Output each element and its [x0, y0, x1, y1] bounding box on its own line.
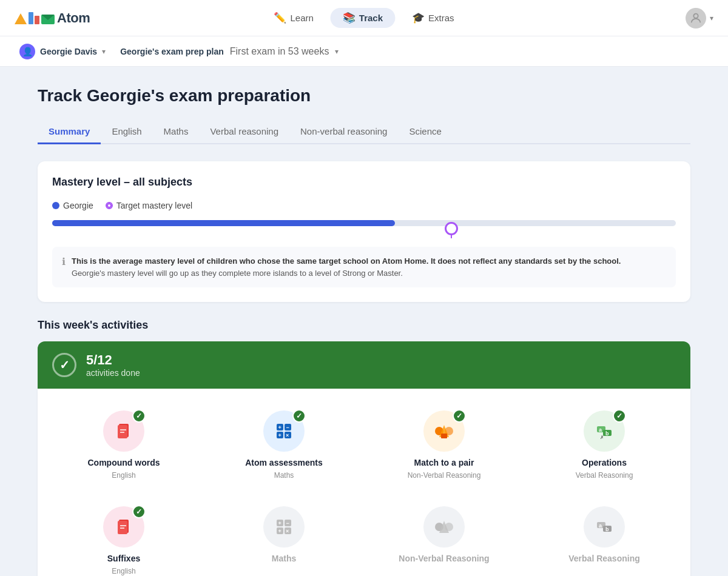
- activity-subject: English: [112, 471, 135, 480]
- activities-title: This week's activities: [38, 319, 690, 332]
- svg-text:−: −: [286, 424, 289, 430]
- mastery-info-sub: Georgie's mastery level will go up as th…: [72, 269, 403, 278]
- svg-text:b: b: [605, 526, 609, 532]
- tabs: Summary English Maths Verbal reasoning N…: [38, 120, 690, 144]
- track-icon: 📚: [343, 12, 356, 24]
- activity-icon-wrapper: ✓: [103, 506, 144, 548]
- svg-point-0: [693, 13, 698, 18]
- operations-icon: a b ✗: [593, 420, 615, 442]
- student-chevron-icon: ▾: [102, 47, 106, 56]
- logo-rect-red-icon: [35, 16, 39, 24]
- mastery-info-box: ℹ This is the average mastery level of c…: [52, 247, 676, 287]
- progress-label: activities done: [86, 368, 140, 378]
- legend-georgie: Georgie: [52, 201, 93, 210]
- progress-marker: [445, 222, 458, 235]
- maths2-icon-bg: + − + ×: [263, 506, 305, 548]
- activity-icon-wrapper: ✓: [103, 410, 144, 452]
- logo[interactable]: Atom: [15, 10, 90, 26]
- activity-icon-wrapper: [423, 506, 465, 548]
- complete-badge: ✓: [453, 409, 466, 423]
- activity-match-to-pair[interactable]: ✓ Match to a pair Non-Verbal Reasoning: [368, 401, 521, 489]
- maths2-icon: + − + ×: [274, 517, 294, 537]
- page-title: Track Georgie's exam preparation: [38, 86, 690, 105]
- user-avatar-icon: [686, 8, 706, 28]
- complete-badge: ✓: [613, 409, 626, 423]
- logo-envelope-icon: [41, 15, 55, 24]
- nav-extras[interactable]: 🎓 Extras: [400, 8, 467, 28]
- activity-atom-assessments[interactable]: + − + × ✓ Atom assessments Mat: [207, 401, 360, 489]
- user-chevron-icon: ▾: [710, 14, 713, 22]
- activity-name: Maths: [272, 554, 296, 563]
- progress-count: 5/12: [86, 352, 140, 368]
- activity-icon-wrapper: + − + × ✓: [263, 410, 305, 452]
- nonverbal2-icon-bg: [423, 506, 465, 548]
- mastery-card: Mastery level – all subjects Georgie Tar…: [38, 161, 690, 302]
- legend-target: Target mastery level: [106, 201, 192, 210]
- activities-grid: ✓ Compound words English + −: [47, 401, 681, 576]
- activity-name: Suffixes: [107, 554, 140, 563]
- activity-compound-words[interactable]: ✓ Compound words English: [47, 401, 200, 489]
- activity-icon-wrapper: a b: [584, 506, 625, 548]
- tab-science[interactable]: Science: [398, 120, 452, 144]
- activity-subject: Maths: [274, 471, 294, 480]
- activity-name: Match to a pair: [414, 458, 474, 467]
- sub-header: 👤 Georgie Davis ▾ Georgie's exam prep pl…: [0, 36, 728, 67]
- svg-text:b: b: [605, 430, 609, 437]
- svg-text:+: +: [278, 432, 281, 438]
- logo-rect-blue-icon: [29, 12, 33, 24]
- student-avatar-icon: 👤: [19, 44, 35, 59]
- tab-maths[interactable]: Maths: [153, 120, 200, 144]
- nav-center: ✏️ Learn 📚 Track 🎓 Extras: [261, 8, 466, 28]
- mastery-title: Mastery level – all subjects: [52, 176, 676, 189]
- atom-assessments-icon: + − + ×: [274, 421, 294, 441]
- activity-name: Compound words: [88, 458, 160, 467]
- student-selector[interactable]: 👤 Georgie Davis ▾: [19, 44, 106, 59]
- logo-shapes: [15, 12, 55, 24]
- extras-icon: 🎓: [412, 12, 425, 24]
- plan-chevron-icon[interactable]: ▾: [335, 47, 339, 56]
- learn-icon: ✏️: [274, 12, 286, 24]
- activity-subject: Verbal Reasoning: [576, 471, 633, 480]
- info-icon: ℹ: [62, 256, 66, 279]
- mastery-info-text: This is the average mastery level of chi…: [72, 255, 621, 279]
- svg-text:+: +: [278, 520, 281, 526]
- complete-badge: ✓: [132, 505, 146, 518]
- activity-name: Operations: [582, 458, 627, 467]
- activity-subject: Non-Verbal Reasoning: [408, 471, 481, 480]
- progress-info: 5/12 activities done: [86, 352, 140, 378]
- activity-icon-wrapper: ✓: [423, 410, 465, 452]
- tab-nonverbal[interactable]: Non-verbal reasoning: [289, 120, 398, 144]
- tab-english[interactable]: English: [101, 120, 152, 144]
- user-menu[interactable]: ▾: [686, 8, 713, 28]
- nav-track[interactable]: 📚 Track: [331, 8, 395, 28]
- tab-verbal[interactable]: Verbal reasoning: [199, 120, 289, 144]
- verbal2-icon: a b: [593, 516, 615, 538]
- svg-text:×: ×: [286, 432, 289, 438]
- suffixes-icon: [114, 517, 133, 537]
- header: Atom ✏️ Learn 📚 Track 🎓 Extras ▾: [0, 0, 728, 36]
- svg-text:✗: ✗: [600, 435, 604, 440]
- plan-info-container: Georgie's exam prep plan First exam in 5…: [120, 46, 709, 57]
- plan-label: Georgie's exam prep plan: [120, 47, 224, 56]
- svg-text:−: −: [286, 520, 289, 526]
- legend-target-label: Target mastery level: [116, 201, 192, 210]
- progress-check-icon: ✓: [52, 353, 76, 377]
- activity-name: Non-Verbal Reasoning: [399, 554, 489, 563]
- complete-badge: ✓: [292, 409, 306, 423]
- logo-triangle-icon: [15, 13, 27, 24]
- activities-section: This week's activities ✓ 5/12 activities…: [38, 319, 690, 576]
- mastery-info-main: This is the average mastery level of chi…: [72, 256, 621, 266]
- compound-words-icon: [114, 421, 133, 441]
- activity-operations[interactable]: a b ✗ ✓ Operations Verbal Reasoning: [528, 401, 681, 489]
- activity-nonverbal-2[interactable]: Non-Verbal Reasoning: [368, 497, 521, 576]
- activity-maths-2[interactable]: + − + × Maths: [207, 497, 360, 576]
- svg-text:+: +: [278, 424, 281, 430]
- activities-grid-wrapper: ✓ Compound words English + −: [38, 389, 690, 576]
- progress-banner: ✓ 5/12 activities done: [38, 341, 690, 389]
- activity-suffixes[interactable]: ✓ Suffixes English: [47, 497, 200, 576]
- activity-verbal-2[interactable]: a b Verbal Reasoning: [528, 497, 681, 576]
- legend-georgie-dot: [52, 202, 59, 209]
- svg-rect-16: [441, 434, 447, 438]
- nav-learn[interactable]: ✏️ Learn: [261, 8, 325, 28]
- tab-summary[interactable]: Summary: [38, 120, 101, 144]
